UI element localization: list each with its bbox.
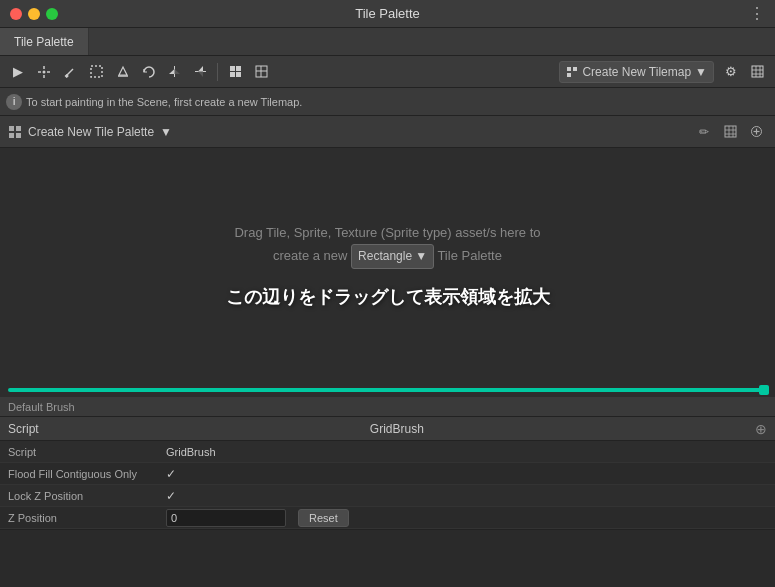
prop-row-lockz: Lock Z Position ✓ — [0, 485, 775, 507]
extra-btn-1[interactable] — [223, 60, 247, 84]
svg-rect-25 — [16, 133, 21, 138]
properties-header: Script GridBrush ⊕ — [0, 417, 775, 441]
svg-rect-17 — [752, 66, 763, 77]
palette-name-label: Create New Tile Palette — [28, 125, 154, 139]
lockz-checkmark[interactable]: ✓ — [166, 489, 176, 503]
badge-arrow: ▼ — [415, 246, 427, 266]
move-tool-button[interactable] — [32, 60, 56, 84]
prop-row-flood: Flood Fill Contiguous Only ✓ — [0, 463, 775, 485]
drop-line2-post: Tile Palette — [437, 248, 502, 263]
info-icon: i — [6, 94, 22, 110]
tab-tile-palette[interactable]: Tile Palette — [0, 28, 89, 55]
palette-grid-icon — [8, 125, 22, 139]
minimize-button[interactable] — [28, 8, 40, 20]
info-bar: i To start painting in the Scene, first … — [0, 88, 775, 116]
svg-rect-9 — [230, 72, 235, 77]
toolbar-divider — [217, 63, 218, 81]
box-select-button[interactable] — [84, 60, 108, 84]
flip-h-button[interactable] — [162, 60, 186, 84]
select-tool-button[interactable]: ▶ — [6, 60, 30, 84]
gridbrush-label: GridBrush — [370, 422, 424, 436]
grid-button[interactable] — [745, 60, 769, 84]
prop-value-script: GridBrush — [160, 446, 775, 458]
toolbar: ▶ Create New Tilema — [0, 56, 775, 88]
resize-corner-handle[interactable] — [759, 385, 769, 395]
reset-button[interactable]: Reset — [298, 509, 349, 527]
palette-grid-button[interactable] — [719, 121, 741, 143]
dropdown-arrow: ▼ — [695, 65, 707, 79]
prop-value-zpos: Reset — [160, 509, 775, 527]
svg-rect-26 — [725, 126, 736, 137]
props-add-icon[interactable]: ⊕ — [755, 421, 767, 437]
settings-button[interactable]: ⚙ — [719, 60, 743, 84]
svg-rect-24 — [9, 133, 14, 138]
prop-text-script: GridBrush — [166, 446, 216, 458]
drop-line2-pre: create a new — [273, 248, 347, 263]
main-content: Tile Palette ▶ — [0, 28, 775, 559]
svg-rect-23 — [16, 126, 21, 131]
maximize-button[interactable] — [46, 8, 58, 20]
prop-row-zpos: Z Position Reset — [0, 507, 775, 529]
prop-label-script: Script — [0, 446, 160, 458]
palette-dropdown-arrow: ▼ — [160, 125, 172, 139]
tilemap-dropdown-label: Create New Tilemap — [582, 65, 691, 79]
rectangle-badge[interactable]: Rectangle ▼ — [351, 244, 434, 268]
prop-label-flood: Flood Fill Contiguous Only — [0, 468, 160, 480]
drop-line1: Drag Tile, Sprite, Texture (Sprite type)… — [234, 225, 540, 240]
tilemap-dropdown[interactable]: Create New Tilemap ▼ — [559, 61, 714, 83]
title-bar: Tile Palette ⋮ — [0, 0, 775, 28]
tab-row: Tile Palette — [0, 28, 775, 56]
svg-rect-22 — [9, 126, 14, 131]
prop-label-zpos: Z Position — [0, 512, 160, 524]
flip-v-button[interactable] — [188, 60, 212, 84]
jp-annotation-text: この辺りをドラッグして表示領域を拡大 — [226, 285, 550, 309]
properties-list: Script GridBrush Flood Fill Contiguous O… — [0, 441, 775, 529]
menu-icon[interactable]: ⋮ — [749, 4, 765, 23]
svg-rect-10 — [236, 72, 241, 77]
default-brush-label-text: Default Brush — [8, 401, 75, 413]
badge-label: Rectangle — [358, 246, 412, 266]
extra-btn-2[interactable] — [249, 60, 273, 84]
prop-value-flood: ✓ — [160, 467, 775, 481]
flood-checkmark[interactable]: ✓ — [166, 467, 176, 481]
rotate-tool-button[interactable] — [136, 60, 160, 84]
zpos-input[interactable] — [166, 509, 286, 527]
info-text: To start painting in the Scene, first cr… — [26, 96, 302, 108]
palette-header: Create New Tile Palette ▼ ✏ — [0, 116, 775, 148]
svg-rect-15 — [573, 67, 577, 71]
tab-label: Tile Palette — [14, 35, 74, 49]
close-button[interactable] — [10, 8, 22, 20]
palette-edit-button[interactable]: ✏ — [693, 121, 715, 143]
svg-rect-14 — [567, 67, 571, 71]
script-label: Script — [8, 422, 39, 436]
default-brush-section: Default Brush — [0, 397, 775, 417]
palette-name-dropdown[interactable]: Create New Tile Palette ▼ — [28, 125, 172, 139]
prop-value-lockz: ✓ — [160, 489, 775, 503]
prop-row-script: Script GridBrush — [0, 441, 775, 463]
svg-rect-3 — [91, 66, 102, 77]
paint-tool-button[interactable] — [58, 60, 82, 84]
svg-rect-7 — [230, 66, 235, 71]
window-title: Tile Palette — [355, 6, 420, 21]
palette-header-icons: ✏ — [693, 121, 767, 143]
prop-label-lockz: Lock Z Position — [0, 490, 160, 502]
svg-rect-16 — [567, 73, 571, 77]
fill-tool-button[interactable] — [110, 60, 134, 84]
resize-zone[interactable] — [0, 383, 775, 397]
resize-handle[interactable] — [8, 388, 767, 392]
palette-canvas: Drag Tile, Sprite, Texture (Sprite type)… — [0, 148, 775, 383]
bottom-strip — [0, 529, 775, 559]
drop-text: Drag Tile, Sprite, Texture (Sprite type)… — [234, 222, 540, 268]
svg-rect-8 — [236, 66, 241, 71]
palette-add-button[interactable] — [745, 121, 767, 143]
svg-point-0 — [43, 70, 46, 73]
window-controls — [10, 8, 58, 20]
